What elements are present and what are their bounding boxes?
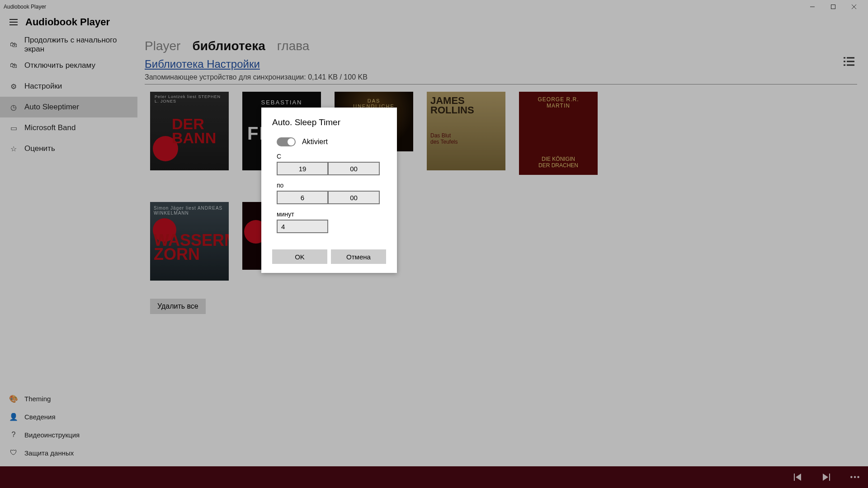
- minutes-input[interactable]: [277, 220, 328, 233]
- to-label: по: [277, 182, 386, 189]
- from-hour-input[interactable]: [277, 162, 328, 175]
- toggle-label: Aktiviert: [302, 138, 328, 146]
- modal-overlay: [0, 0, 868, 488]
- minutes-label: минут: [277, 211, 386, 218]
- to-hour-input[interactable]: [277, 191, 328, 204]
- dialog-title: Auto. Sleep Timer: [272, 117, 386, 127]
- sleep-timer-dialog: Auto. Sleep Timer Aktiviert С по минут O…: [261, 108, 397, 273]
- cancel-button[interactable]: Отмена: [331, 249, 386, 264]
- activate-toggle[interactable]: [277, 137, 296, 146]
- from-minute-input[interactable]: [328, 162, 380, 175]
- from-label: С: [277, 153, 386, 160]
- to-minute-input[interactable]: [328, 191, 380, 204]
- ok-button[interactable]: OK: [272, 249, 327, 264]
